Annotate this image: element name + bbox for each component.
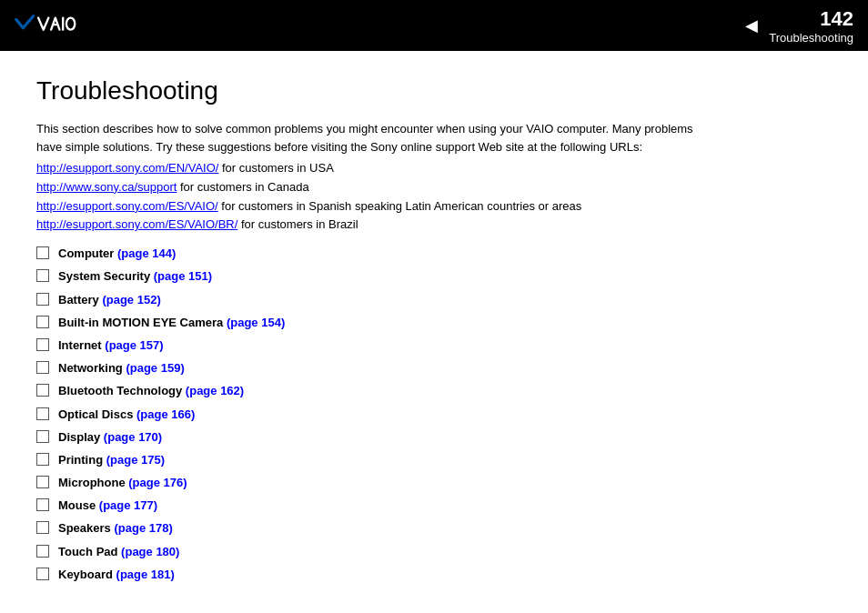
url-line-3: http://esupport.sony.com/ES/VAIO/ for cu…	[36, 197, 832, 216]
item-label: System Security (page 151)	[58, 268, 212, 285]
item-page-link[interactable]: (page 180)	[121, 545, 179, 558]
item-label: Optical Discs (page 166)	[58, 407, 195, 423]
checkbox-icon	[36, 545, 49, 558]
item-label: Mouse (page 177)	[58, 497, 157, 514]
list-item: Mouse (page 177)	[36, 497, 832, 514]
page-title: Troubleshooting	[36, 76, 832, 106]
checkbox-icon	[36, 316, 49, 328]
list-item: Built-in MOTION EYE Camera (page 154)	[36, 315, 832, 331]
item-label: Microphone (page 176)	[58, 475, 187, 491]
url-usa[interactable]: http://esupport.sony.com/EN/VAIO/	[36, 161, 218, 175]
item-page-link[interactable]: (page 162)	[186, 384, 244, 397]
intro-line1: This section describes how to solve comm…	[36, 122, 693, 136]
page-number: 142	[820, 7, 853, 31]
url-latin-suffix: for customers in Spanish speaking Latin …	[218, 199, 582, 213]
header-section-label: 142 Troubleshooting	[769, 7, 853, 45]
list-item: System Security (page 151)	[36, 268, 832, 285]
url-brazil-suffix: for customers in Brazil	[237, 217, 358, 231]
url-line-4: http://esupport.sony.com/ES/VAIO/BR/ for…	[36, 216, 832, 235]
checkbox-icon	[36, 246, 49, 259]
item-label: Internet (page 157)	[58, 337, 164, 354]
item-label: Bluetooth Technology (page 162)	[58, 383, 244, 399]
url-line-1: http://esupport.sony.com/EN/VAIO/ for cu…	[36, 159, 832, 178]
checkbox-icon	[36, 384, 49, 397]
list-item: Speakers (page 178)	[36, 520, 832, 537]
list-item: Keyboard (page 181)	[36, 567, 832, 583]
item-page-link[interactable]: (page 144)	[117, 246, 176, 260]
checkbox-icon	[36, 293, 49, 306]
item-page-link[interactable]: (page 177)	[99, 498, 157, 512]
section-title: Troubleshooting	[769, 31, 853, 45]
intro-line2: have simple solutions. Try these suggest…	[36, 140, 642, 154]
item-page-link[interactable]: (page 181)	[116, 568, 175, 581]
checkbox-icon	[36, 476, 49, 488]
list-item: Bluetooth Technology (page 162)	[36, 383, 832, 399]
url-usa-suffix: for customers in USA	[218, 161, 333, 175]
checkbox-icon	[36, 568, 49, 580]
item-page-link[interactable]: (page 178)	[114, 521, 172, 535]
item-page-link[interactable]: (page 152)	[102, 293, 160, 306]
checkbox-icon	[36, 498, 49, 511]
item-label: Battery (page 152)	[58, 292, 161, 308]
item-page-link[interactable]: (page 154)	[227, 316, 285, 329]
list-item: Computer (page 144)	[36, 246, 832, 262]
list-item: Battery (page 152)	[36, 292, 832, 308]
item-page-link[interactable]: (page 151)	[154, 269, 212, 283]
item-label: Keyboard (page 181)	[58, 567, 175, 583]
checkbox-icon	[36, 269, 49, 282]
item-page-link[interactable]: (page 176)	[128, 476, 187, 489]
item-label: Display (page 170)	[58, 429, 162, 446]
item-label: Speakers (page 178)	[58, 520, 173, 537]
item-label: Computer (page 144)	[58, 246, 176, 262]
list-item: Internet (page 157)	[36, 337, 832, 354]
main-content: Troubleshooting This section describes h…	[0, 51, 868, 608]
item-page-link[interactable]: (page 170)	[104, 430, 162, 444]
list-item: Networking (page 159)	[36, 360, 832, 377]
checkbox-icon	[36, 521, 49, 534]
intro-block: This section describes how to solve comm…	[36, 120, 832, 156]
item-page-link[interactable]: (page 157)	[105, 338, 163, 352]
svg-point-1	[66, 18, 75, 30]
vaio-logo	[15, 13, 99, 38]
item-page-link[interactable]: (page 159)	[126, 361, 184, 375]
url-canada[interactable]: http://www.sony.ca/support	[36, 180, 177, 194]
list-item: Printing (page 175)	[36, 452, 832, 468]
url-line-2: http://www.sony.ca/support for customers…	[36, 178, 832, 197]
item-label: Built-in MOTION EYE Camera (page 154)	[58, 315, 285, 331]
item-label: Printing (page 175)	[58, 452, 165, 468]
url-block: http://esupport.sony.com/EN/VAIO/ for cu…	[36, 159, 832, 235]
checkbox-icon	[36, 361, 49, 374]
header-arrow: ◀	[745, 15, 758, 35]
checkbox-icon	[36, 407, 49, 420]
list-item: Display (page 170)	[36, 429, 832, 446]
item-page-link[interactable]: (page 175)	[106, 453, 165, 467]
checkbox-icon	[36, 338, 49, 351]
item-label: Networking (page 159)	[58, 360, 185, 377]
url-latin-america[interactable]: http://esupport.sony.com/ES/VAIO/	[36, 199, 218, 213]
checkbox-icon	[36, 453, 49, 466]
header-right: ◀ 142 Troubleshooting	[745, 7, 853, 45]
item-page-link[interactable]: (page 166)	[136, 407, 195, 421]
url-canada-suffix: for customers in Canada	[177, 180, 308, 194]
url-brazil[interactable]: http://esupport.sony.com/ES/VAIO/BR/	[36, 217, 237, 231]
list-item: Microphone (page 176)	[36, 475, 832, 491]
list-item: Optical Discs (page 166)	[36, 407, 832, 423]
checkbox-icon	[36, 430, 49, 443]
item-label: Touch Pad (page 180)	[58, 544, 179, 560]
list-item: Touch Pad (page 180)	[36, 544, 832, 560]
topics-list: Computer (page 144)System Security (page…	[36, 246, 832, 583]
header: ◀ 142 Troubleshooting	[0, 0, 868, 51]
